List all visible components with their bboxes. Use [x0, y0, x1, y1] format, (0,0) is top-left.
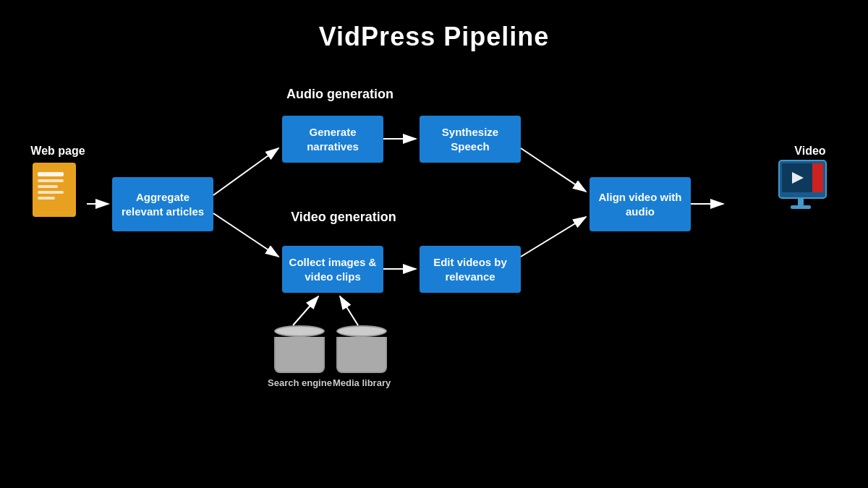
- speech-box: Synthesize Speech: [420, 116, 521, 163]
- svg-rect-3: [38, 185, 58, 188]
- edit-box: Edit videos by relevance: [420, 246, 521, 293]
- webpage-icon: [29, 159, 87, 224]
- video-icon: [778, 159, 839, 221]
- svg-rect-11: [791, 205, 811, 209]
- svg-line-18: [521, 148, 586, 192]
- svg-line-21: [293, 296, 318, 325]
- collect-box: Collect images & video clips: [282, 246, 383, 293]
- video-label: Video: [774, 145, 846, 158]
- narratives-box: Generate narratives: [282, 116, 383, 163]
- search-engine-cylinder: Search engine: [268, 325, 332, 388]
- svg-line-14: [213, 148, 278, 195]
- audio-generation-label: Audio generation: [268, 87, 412, 102]
- svg-rect-8: [812, 163, 823, 192]
- video-generation-label: Video generation: [268, 210, 420, 225]
- svg-rect-1: [38, 172, 64, 176]
- webpage-label: Web page: [22, 145, 94, 158]
- media-library-cylinder: Media library: [333, 325, 391, 388]
- svg-line-19: [521, 217, 586, 257]
- svg-rect-4: [38, 191, 64, 194]
- diagram-area: Audio generation Video generation Web pa…: [0, 65, 868, 477]
- align-box: Align video with audio: [590, 177, 691, 231]
- svg-rect-5: [38, 197, 55, 200]
- page-title: VidPress Pipeline: [0, 0, 868, 52]
- aggregate-box: Aggregate relevant articles: [112, 177, 213, 231]
- svg-rect-0: [33, 163, 76, 217]
- svg-line-22: [340, 296, 358, 325]
- svg-rect-2: [38, 179, 64, 182]
